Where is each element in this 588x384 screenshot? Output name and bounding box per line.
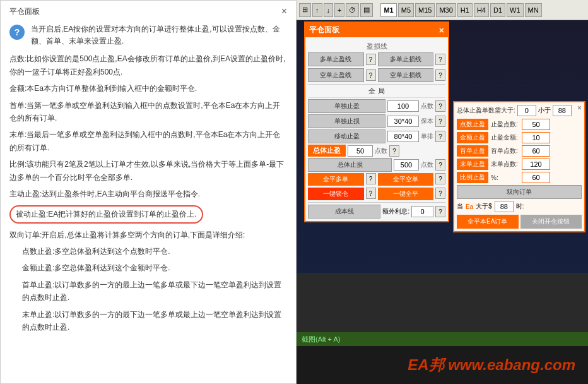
tp-first-input[interactable]: [522, 145, 550, 157]
short-stoploss-btn[interactable]: 空单止盈线: [308, 68, 364, 82]
setting-row-2: 金额止盈 止盈金额:: [457, 132, 582, 143]
long-stoploss-btn[interactable]: 多单止盈线: [308, 52, 364, 66]
long-stoploss-row: 多单止盈线 ? 多单止损线 ?: [308, 52, 445, 66]
lock-help[interactable]: ?: [366, 188, 376, 199]
tp-last-label: 末单点数:: [491, 160, 519, 169]
total-sl-input[interactable]: [394, 159, 419, 171]
bidirectional-btn[interactable]: 双向订单: [457, 185, 582, 199]
tp-first-btn[interactable]: 首单止盈: [457, 145, 488, 157]
flat-all-btn[interactable]: 一键全平: [378, 188, 434, 200]
tp-ratio-input[interactable]: [522, 172, 550, 183]
total-sl-help[interactable]: ?: [435, 159, 445, 171]
flat-all-help[interactable]: ?: [435, 188, 445, 199]
filter-separator: 小于: [538, 106, 551, 115]
single-sl-row: 单独止损 保本 ?: [308, 114, 445, 128]
tp-amount-label: 止盈金额:: [491, 133, 519, 142]
timeframe-m1[interactable]: M1: [380, 3, 396, 17]
cost-help[interactable]: ?: [435, 206, 445, 217]
timeframe-m15[interactable]: M15: [415, 3, 435, 17]
trailing-tp-help[interactable]: ?: [435, 131, 445, 142]
single-sl-btn[interactable]: 单独止损: [308, 114, 385, 128]
section-p10: 金额止盈:多空总体盈利达到这个金额时平仓.: [22, 261, 287, 274]
timeframe-mn[interactable]: MN: [525, 3, 542, 17]
global-section-label: 全 局: [308, 87, 445, 98]
single-tp-row: 单独止盈 点数 ?: [308, 99, 445, 113]
intro-section: ? 当开启后,EA按你的设置对本方向的订单进行整体止盈,可以设置按点数、金额、首…: [9, 23, 287, 47]
long-stoploss-btn2[interactable]: 多单止损线: [378, 52, 434, 66]
status-ea-label: Ea: [466, 203, 473, 210]
tp-last-input[interactable]: [522, 159, 550, 170]
popup-close-button[interactable]: ×: [577, 104, 582, 112]
total-sl-unit: 点数: [421, 160, 433, 169]
short-stoploss-help2[interactable]: ?: [435, 69, 445, 81]
left-panel-title: 平仓面板: [9, 6, 40, 17]
toolbar-icon-2[interactable]: ↑: [312, 3, 322, 17]
setting-row-3: 首单止盈 首单点数:: [457, 145, 582, 157]
timeframe-d1[interactable]: D1: [490, 3, 505, 17]
dialog-title: 平仓面板: [309, 25, 339, 35]
total-tp-row: 总体止盈 点数 ?: [308, 145, 445, 157]
setting-row-5: 比例止盈 %:: [457, 172, 582, 183]
single-tp-unit: 点数: [421, 102, 433, 111]
single-tp-help[interactable]: ?: [435, 100, 445, 112]
flat-short-help[interactable]: ?: [435, 173, 445, 184]
section-p7-highlighted: 被动止盈:EA把计算好的止盈价设置到订单的止盈价上.: [9, 204, 287, 224]
tp-points-input[interactable]: [522, 119, 550, 130]
toolbar-icon-1[interactable]: ⊞: [299, 3, 311, 17]
timeframe-m30[interactable]: M30: [436, 3, 456, 17]
timeframe-h4[interactable]: H4: [474, 3, 489, 17]
lock-btn[interactable]: 一键锁仓: [308, 188, 364, 200]
timeframe-toolbar: ⊞ ↑ ↓ + ⏱ ▤ M1 M5 M15 M30 H1 H4 D1 W1 MN: [297, 0, 588, 20]
section-p12: 末单止盈:以订单数多的一方的最下边一笔多单或最上边一笔空单盈利达到设置的点数时止…: [22, 308, 287, 334]
single-sl-input[interactable]: [387, 116, 419, 127]
timeframe-m5[interactable]: M5: [398, 3, 414, 17]
total-tp-btn[interactable]: 总体止盈: [308, 145, 346, 157]
left-close-button[interactable]: ×: [281, 6, 287, 17]
flat-ea-orders-btn[interactable]: 全平本EA订单: [457, 215, 519, 229]
timeframe-w1[interactable]: W1: [507, 3, 524, 17]
single-sl-help[interactable]: ?: [435, 116, 445, 127]
single-tp-btn[interactable]: 单独止盈: [308, 99, 385, 113]
right-trading-area: ⊞ ↑ ↓ + ⏱ ▤ M1 M5 M15 M30 H1 H4 D1 W1 MN: [297, 0, 588, 384]
timeframe-h1[interactable]: H1: [457, 3, 473, 17]
short-stoploss-btn2[interactable]: 空单止损线: [378, 68, 434, 82]
filter-max-input[interactable]: [553, 105, 572, 116]
interest-label: 额外利息:: [382, 207, 409, 216]
tp-amount-input[interactable]: [522, 132, 550, 143]
trailing-tp-btn[interactable]: 移动止盈: [308, 129, 385, 143]
trailing-tp-input[interactable]: [387, 131, 419, 142]
dialog-title-bar: 平仓面板 ×: [305, 23, 448, 37]
flat-long-btn[interactable]: 全平多单: [308, 173, 364, 186]
dialog-close-button[interactable]: ×: [439, 25, 444, 35]
long-stoploss-help[interactable]: ?: [366, 54, 376, 65]
flat-long-help[interactable]: ?: [366, 173, 376, 184]
total-tp-input[interactable]: [348, 145, 373, 157]
long-stoploss-help2[interactable]: ?: [435, 54, 445, 65]
status-val-input[interactable]: [495, 201, 514, 212]
tp-points-btn[interactable]: 点数止盈: [457, 119, 488, 130]
tp-ratio-btn[interactable]: 比例止盈: [457, 172, 488, 183]
short-stoploss-help[interactable]: ?: [366, 69, 376, 81]
flat-short-btn[interactable]: 全平空单: [378, 173, 434, 186]
tp-amount-btn[interactable]: 金额止盈: [457, 132, 488, 143]
status-label: 当: [457, 202, 463, 211]
total-tp-help[interactable]: ?: [389, 145, 399, 157]
section-p5: 比例:该功能只有2笔及2笔以上订单才生效,以多单来说,当价格大于等上面多单-最下…: [9, 158, 287, 184]
toolbar-icon-chart[interactable]: ▤: [360, 3, 373, 17]
cost-line-btn[interactable]: 成本线: [308, 205, 380, 219]
toolbar-icon-3[interactable]: ↓: [324, 3, 334, 17]
single-tp-input[interactable]: [387, 100, 419, 112]
filter-min-input[interactable]: [517, 105, 536, 116]
toolbar-icon-clock[interactable]: ⏱: [346, 3, 359, 17]
screenshot-status-bar: 截图(Alt + A): [297, 332, 588, 346]
tp-last-btn[interactable]: 末单止盈: [457, 159, 488, 170]
doc-section: 点数:比如你设置的是500点止盈,EA会修改所有订单的止盈价,到EA设置的止盈价…: [9, 52, 287, 333]
interest-input[interactable]: [411, 206, 433, 217]
section-p9: 点数止盈:多空总体盈利达到这个点数时平仓.: [22, 245, 287, 258]
filter-label: 总体止盈单数需大于:: [457, 106, 515, 115]
trailing-tp-row: 移动止盈 单排 ?: [308, 129, 445, 143]
close-open-btn[interactable]: 关闭开仓按钮: [520, 215, 582, 229]
setting-row-1: 点数止盈 止盈点数:: [457, 119, 582, 130]
total-sl-btn[interactable]: 总体止损: [308, 158, 392, 172]
toolbar-icon-add[interactable]: +: [334, 3, 344, 17]
